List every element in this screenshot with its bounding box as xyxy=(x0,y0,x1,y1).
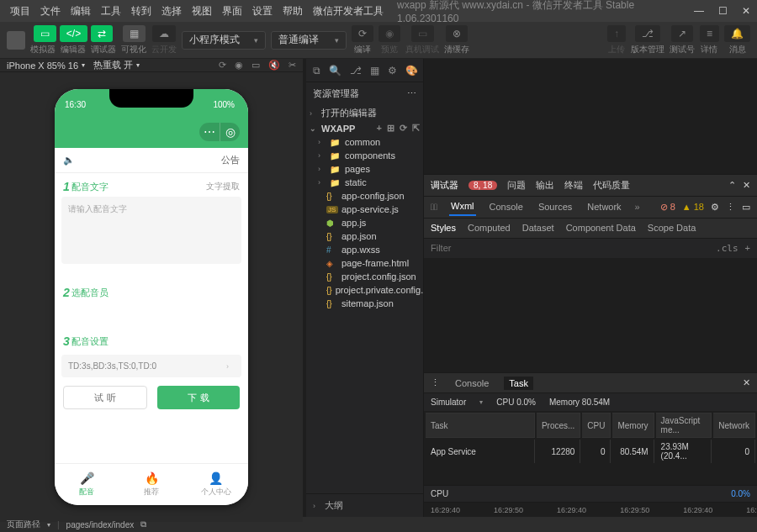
editor-button[interactable]: </> xyxy=(60,25,87,42)
new-folder-icon[interactable]: ⊞ xyxy=(387,123,394,134)
col-task[interactable]: Task xyxy=(426,413,535,438)
device-icon[interactable]: ▭ xyxy=(251,60,260,71)
path-label[interactable]: 页面路径 xyxy=(7,519,40,530)
wxml-tab[interactable]: Wxml xyxy=(449,198,476,216)
tone-settings-row[interactable]: TD:3s,BD:3s,TS:0,TD:0 › xyxy=(61,355,241,377)
menu-help[interactable]: 帮助 xyxy=(278,4,308,18)
col-cpu[interactable]: CPU xyxy=(582,413,611,438)
settings-icon[interactable]: ⚙ xyxy=(711,202,719,213)
cloud-button[interactable]: ☁ xyxy=(152,25,176,42)
preview-audio-button[interactable]: 试 听 xyxy=(63,386,147,409)
avatar[interactable] xyxy=(7,31,25,50)
visualize-button[interactable]: ▦ xyxy=(123,25,146,42)
col-network[interactable]: Network xyxy=(713,413,755,438)
menu-project[interactable]: 项目 xyxy=(5,4,35,18)
more-icon[interactable]: ⚙ xyxy=(388,65,397,76)
network-tab[interactable]: Network xyxy=(585,198,622,215)
record-icon[interactable]: ◉ xyxy=(235,60,243,71)
col-js[interactable]: JavaScript me... xyxy=(656,413,712,438)
new-file-icon[interactable]: + xyxy=(377,123,382,134)
close-debugger-icon[interactable]: ✕ xyxy=(743,180,750,191)
inspect-icon[interactable]: �⃞ xyxy=(431,202,437,212)
version-button[interactable]: ⎇ xyxy=(635,25,660,42)
dataset-tab[interactable]: Dataset xyxy=(522,223,554,233)
capsule-menu-button[interactable]: ⋯ xyxy=(199,123,220,141)
page-path[interactable]: pages/index/index xyxy=(66,520,135,529)
ext-icon[interactable]: ▦ xyxy=(370,65,379,76)
explorer-more-icon[interactable]: ⋯ xyxy=(407,88,416,99)
task-tab[interactable]: Task xyxy=(504,377,533,390)
refresh-icon[interactable]: ⟳ xyxy=(219,60,226,71)
menu-tools[interactable]: 工具 xyxy=(96,4,126,18)
error-count[interactable]: ⊘ 8 xyxy=(660,202,675,213)
outline-section[interactable]: ›大纲 xyxy=(306,493,423,517)
menu-select[interactable]: 选择 xyxy=(156,4,187,18)
computed-tab[interactable]: Computed xyxy=(468,223,511,233)
menu-goto[interactable]: 转到 xyxy=(126,4,156,18)
compile-select[interactable]: 普通编译▾ xyxy=(271,31,347,50)
menu-view[interactable]: 视图 xyxy=(187,4,217,18)
menu-ui[interactable]: 界面 xyxy=(217,4,247,18)
tab-recommend[interactable]: 🔥推荐 xyxy=(119,464,184,505)
debugger-button[interactable]: ⇄ xyxy=(91,25,113,42)
add-style-button[interactable]: + xyxy=(745,243,750,253)
terminal-tab[interactable]: 终端 xyxy=(564,179,583,192)
upload-button[interactable]: ↑ xyxy=(607,25,626,42)
more-tabs-icon[interactable]: » xyxy=(635,202,640,212)
branch-icon[interactable]: ⎇ xyxy=(350,65,362,76)
menu-file[interactable]: 文件 xyxy=(35,4,66,18)
clear-cache-button[interactable]: ⊗ xyxy=(446,25,468,42)
col-memory[interactable]: Memory xyxy=(612,413,654,438)
quality-tab[interactable]: 代码质量 xyxy=(593,179,630,192)
simulator-select[interactable]: Simulator xyxy=(431,398,466,407)
output-tab[interactable]: 输出 xyxy=(536,179,554,192)
close-button[interactable]: ✕ xyxy=(740,5,752,17)
menu-wechat-devtools[interactable]: 微信开发者工具 xyxy=(308,4,389,18)
simulator-button[interactable]: ▭ xyxy=(34,25,56,42)
detail-button[interactable]: ≡ xyxy=(700,25,719,42)
cls-toggle[interactable]: .cls xyxy=(716,243,738,254)
refresh-tree-icon[interactable]: ⟳ xyxy=(400,123,407,134)
minimize-button[interactable]: — xyxy=(693,5,705,17)
component-data-tab[interactable]: Component Data xyxy=(566,223,636,233)
text-extract-link[interactable]: 文字提取 xyxy=(206,181,240,192)
file-app-service[interactable]: JSapp-service.js xyxy=(306,203,423,216)
task-row[interactable]: App Service 12280 0 80.54M 23.93M (20.4.… xyxy=(426,440,755,463)
cpu-timeline[interactable]: 16:29:40 16:29:50 16:29:40 16:29:50 16:2… xyxy=(424,502,757,517)
folder-static[interactable]: ›📁static xyxy=(306,176,423,189)
folder-components[interactable]: ›📁components xyxy=(306,149,423,162)
copy-path-icon[interactable]: ⧉ xyxy=(140,519,146,529)
preview-button[interactable]: ◉ xyxy=(378,25,400,42)
sources-tab[interactable]: Sources xyxy=(537,198,574,215)
styles-filter-input[interactable] xyxy=(431,243,716,253)
maximize-button[interactable]: ☐ xyxy=(717,5,728,17)
file-app-config[interactable]: {}app-config.json xyxy=(306,189,423,203)
menu-edit[interactable]: 编辑 xyxy=(66,4,96,18)
cut-icon[interactable]: ✂ xyxy=(289,60,296,71)
debugger-title[interactable]: 调试器 xyxy=(431,179,458,192)
palette-icon[interactable]: 🎨 xyxy=(405,65,418,76)
dock-icon[interactable]: ▭ xyxy=(742,202,750,213)
file-page-frame[interactable]: ◈page-frame.html xyxy=(306,256,423,270)
warning-count[interactable]: ▲ 18 xyxy=(682,202,704,212)
remote-button[interactable]: ▭ xyxy=(411,25,434,42)
hot-reload-toggle[interactable]: 热重载 开▾ xyxy=(93,59,140,71)
device-select[interactable]: iPhone X 85% 16▾ xyxy=(7,61,85,71)
test-button[interactable]: ↗ xyxy=(671,25,693,42)
kebab-icon[interactable]: ⋮ xyxy=(726,202,735,213)
download-button[interactable]: 下 载 xyxy=(157,386,240,409)
menu-settings[interactable]: 设置 xyxy=(247,4,278,18)
mute-icon[interactable]: 🔇 xyxy=(268,60,280,71)
tab-profile[interactable]: 👤个人中心 xyxy=(183,464,248,505)
message-button[interactable]: 🔔 xyxy=(724,25,750,42)
collapse-icon[interactable]: ⇱ xyxy=(412,123,420,134)
console-tab[interactable]: Console xyxy=(488,198,525,215)
file-project-private[interactable]: {}project.private.config.js... xyxy=(306,283,423,297)
dub-textarea[interactable]: 请输入配音文字 xyxy=(61,197,241,264)
chevron-up-icon[interactable]: ⌃ xyxy=(728,180,736,191)
editor-area[interactable] xyxy=(424,59,757,174)
search-icon[interactable]: 🔍 xyxy=(329,65,341,76)
file-app-js[interactable]: ⬢app.js xyxy=(306,216,423,229)
file-sitemap[interactable]: {}sitemap.json xyxy=(306,297,423,310)
scope-data-tab[interactable]: Scope Data xyxy=(648,223,696,233)
